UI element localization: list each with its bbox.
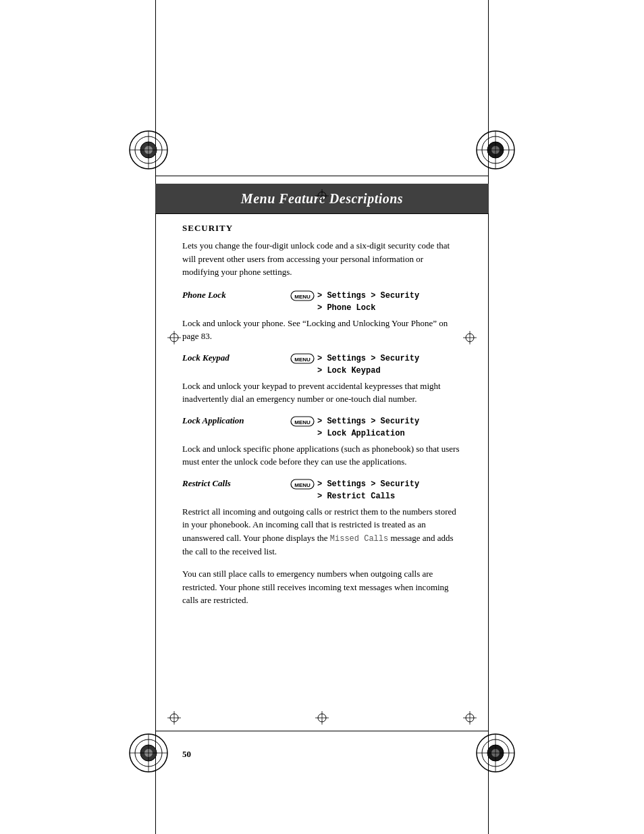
feature-label-phone-lock: Phone Lock (182, 290, 290, 301)
feature-nav-lock-application: > Settings > Security > Lock Application (317, 415, 419, 440)
feature-lock-keypad: Lock Keypad MENU > Settings > Security >… (182, 353, 462, 406)
feature-desc-restrict-calls-1: Restrict all incoming and outgoing calls… (182, 505, 462, 558)
feature-phone-lock: Phone Lock MENU > Settings > Security > … (182, 290, 462, 343)
section-heading: Security (182, 223, 462, 234)
intro-text: Lets you change the four-digit unlock co… (182, 239, 462, 279)
inline-code-missed-calls: Missed Calls (330, 534, 388, 544)
svg-text:MENU: MENU (294, 293, 311, 299)
menu-icon-lock-keypad: MENU (290, 353, 315, 364)
crosshair-left-mid (167, 331, 181, 344)
feature-restrict-calls: Restrict Calls MENU > Settings > Securit… (182, 478, 462, 607)
feature-desc-phone-lock: Lock and unlock your phone. See “Locking… (182, 317, 462, 343)
crosshair-top-center (315, 189, 329, 203)
menu-icon-phone-lock: MENU (290, 290, 315, 301)
corner-decoration-tl (128, 130, 169, 170)
feature-nav-phone-lock: > Settings > Security > Phone Lock (317, 290, 419, 314)
right-border (488, 0, 489, 834)
crosshair-right-mid (463, 331, 477, 344)
top-line-lower (155, 213, 489, 214)
corner-decoration-bl (128, 733, 169, 773)
feature-label-lock-application: Lock Application (182, 415, 290, 426)
feature-nav-lock-keypad: > Settings > Security > Lock Keypad (317, 353, 419, 377)
feature-label-lock-keypad: Lock Keypad (182, 353, 290, 363)
feature-nav-restrict-calls: > Settings > Security > Restrict Calls (317, 478, 419, 502)
feature-desc-lock-keypad: Lock and unlock your keypad to prevent a… (182, 380, 462, 406)
svg-text:MENU: MENU (294, 419, 311, 425)
svg-text:MENU: MENU (294, 356, 311, 362)
feature-label-restrict-calls: Restrict Calls (182, 478, 290, 489)
feature-lock-application: Lock Application MENU > Settings > Secur… (182, 415, 462, 469)
menu-icon-restrict-calls: MENU (290, 479, 315, 490)
content-area: Security Lets you change the four-digit … (182, 223, 462, 739)
page-number: 50 (182, 749, 191, 760)
svg-text:MENU: MENU (294, 481, 311, 488)
crosshair-bl (167, 711, 181, 725)
top-line-upper (155, 176, 489, 176)
menu-icon-lock-application: MENU (290, 416, 315, 427)
left-border (155, 0, 156, 834)
crosshair-br (463, 711, 477, 725)
crosshair-bottom-center (315, 711, 329, 725)
feature-desc-restrict-calls-2: You can still place calls to emergency n… (182, 567, 462, 607)
corner-decoration-tr (475, 130, 516, 170)
feature-desc-lock-application: Lock and unlock specific phone applicati… (182, 442, 462, 469)
corner-decoration-br (475, 733, 516, 773)
